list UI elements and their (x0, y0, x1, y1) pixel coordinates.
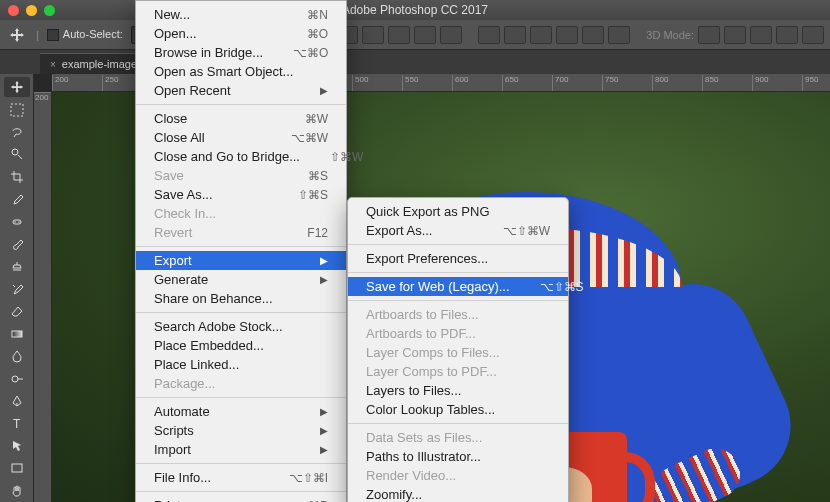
menu-checkin: Check In... (136, 204, 346, 223)
file-menu: New...⌘N Open...⌘O Browse in Bridge...⌥⌘… (135, 0, 347, 502)
svg-point-1 (12, 149, 18, 155)
brush-tool[interactable] (4, 234, 30, 254)
blur-tool[interactable] (4, 346, 30, 366)
menu-close-all[interactable]: Close All⌥⌘W (136, 128, 346, 147)
distribute-button[interactable] (478, 26, 500, 44)
gradient-tool[interactable] (4, 324, 30, 344)
clone-stamp-tool[interactable] (4, 256, 30, 276)
menu-print[interactable]: Print...⌘P (136, 496, 346, 502)
menu-revert: RevertF12 (136, 223, 346, 242)
auto-select-checkbox[interactable]: Auto-Select: (47, 28, 123, 41)
app-title: Adobe Photoshop CC 2017 (0, 3, 830, 17)
menu-layers-files[interactable]: Layers to Files... (348, 381, 568, 400)
3d-button[interactable] (724, 26, 746, 44)
distribute-button[interactable] (608, 26, 630, 44)
align-button[interactable] (362, 26, 384, 44)
menu-render-video: Render Video... (348, 466, 568, 485)
menu-import[interactable]: Import▶ (136, 440, 346, 459)
menu-quick-export[interactable]: Quick Export as PNG (348, 202, 568, 221)
path-select-tool[interactable] (4, 436, 30, 456)
3d-mode-label: 3D Mode: (646, 29, 694, 41)
lasso-tool[interactable] (4, 122, 30, 142)
distribute-button[interactable] (504, 26, 526, 44)
move-tool-icon[interactable] (6, 25, 28, 45)
shape-tool[interactable] (4, 458, 30, 478)
menu-open-recent[interactable]: Open Recent▶ (136, 81, 346, 100)
menu-color-lookup[interactable]: Color Lookup Tables... (348, 400, 568, 419)
move-tool[interactable] (4, 77, 30, 97)
dodge-tool[interactable] (4, 368, 30, 388)
history-brush-tool[interactable] (4, 279, 30, 299)
menu-artboards-pdf: Artboards to PDF... (348, 324, 568, 343)
3d-button[interactable] (698, 26, 720, 44)
menu-package: Package... (136, 374, 346, 393)
menu-save-for-web[interactable]: Save for Web (Legacy)...⌥⇧⌘S (348, 277, 568, 296)
3d-button[interactable] (802, 26, 824, 44)
menu-paths-illustrator[interactable]: Paths to Illustrator... (348, 447, 568, 466)
alignment-cluster: 3D Mode: (310, 26, 824, 44)
distribute-button[interactable] (582, 26, 604, 44)
distribute-button[interactable] (530, 26, 552, 44)
menu-layercomps-files: Layer Comps to Files... (348, 343, 568, 362)
menu-export[interactable]: Export▶ (136, 251, 346, 270)
svg-rect-8 (12, 464, 22, 472)
eyedropper-tool[interactable] (4, 189, 30, 209)
menu-file-info[interactable]: File Info...⌥⇧⌘I (136, 468, 346, 487)
tab-title: example-image- (62, 58, 141, 70)
menu-automate[interactable]: Automate▶ (136, 402, 346, 421)
vertical-ruler[interactable]: 200 (34, 92, 52, 502)
type-tool[interactable]: T (4, 413, 30, 433)
menu-open[interactable]: Open...⌘O (136, 24, 346, 43)
svg-point-3 (14, 221, 16, 223)
svg-rect-0 (11, 104, 23, 116)
svg-rect-5 (12, 331, 22, 337)
menu-place-embedded[interactable]: Place Embedded... (136, 336, 346, 355)
menu-artboards-files: Artboards to Files... (348, 305, 568, 324)
menu-open-smart[interactable]: Open as Smart Object... (136, 62, 346, 81)
align-button[interactable] (388, 26, 410, 44)
distribute-button[interactable] (556, 26, 578, 44)
window-titlebar: Adobe Photoshop CC 2017 (0, 0, 830, 20)
hand-tool[interactable] (4, 481, 30, 501)
document-tabbar: × example-image- (0, 50, 830, 74)
eraser-tool[interactable] (4, 301, 30, 321)
close-tab-icon[interactable]: × (50, 59, 56, 70)
menu-search-stock[interactable]: Search Adobe Stock... (136, 317, 346, 336)
svg-text:T: T (13, 417, 21, 431)
menu-place-linked[interactable]: Place Linked... (136, 355, 346, 374)
svg-point-6 (12, 376, 18, 382)
menu-save: Save⌘S (136, 166, 346, 185)
export-submenu: Quick Export as PNG Export As...⌥⇧⌘W Exp… (347, 197, 569, 502)
svg-point-4 (18, 221, 20, 223)
menu-behance[interactable]: Share on Behance... (136, 289, 346, 308)
menu-save-as[interactable]: Save As...⇧⌘S (136, 185, 346, 204)
menu-new[interactable]: New...⌘N (136, 5, 346, 24)
menu-close-bridge[interactable]: Close and Go to Bridge...⇧⌘W (136, 147, 346, 166)
3d-button[interactable] (750, 26, 772, 44)
align-button[interactable] (414, 26, 436, 44)
menu-browse-bridge[interactable]: Browse in Bridge...⌥⌘O (136, 43, 346, 62)
menu-export-as[interactable]: Export As...⌥⇧⌘W (348, 221, 568, 240)
menu-close[interactable]: Close⌘W (136, 109, 346, 128)
pen-tool[interactable] (4, 391, 30, 411)
healing-tool[interactable] (4, 212, 30, 232)
marquee-tool[interactable] (4, 99, 30, 119)
menu-datasets: Data Sets as Files... (348, 428, 568, 447)
menu-zoomify[interactable]: Zoomify... (348, 485, 568, 502)
3d-button[interactable] (776, 26, 798, 44)
quick-select-tool[interactable] (4, 144, 30, 164)
menu-layercomps-pdf: Layer Comps to PDF... (348, 362, 568, 381)
options-bar: | Auto-Select: L 3D Mode: (0, 20, 830, 50)
align-button[interactable] (440, 26, 462, 44)
tools-panel: T (0, 74, 34, 502)
menu-generate[interactable]: Generate▶ (136, 270, 346, 289)
menu-export-prefs[interactable]: Export Preferences... (348, 249, 568, 268)
crop-tool[interactable] (4, 167, 30, 187)
menu-scripts[interactable]: Scripts▶ (136, 421, 346, 440)
